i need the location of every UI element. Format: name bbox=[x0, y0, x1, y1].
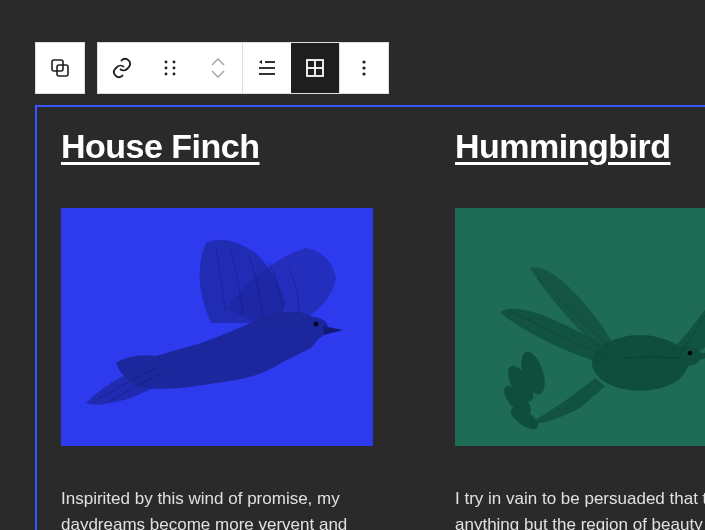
toolbar-group-more bbox=[340, 42, 389, 94]
parent-block-button[interactable] bbox=[36, 43, 84, 93]
svg-point-3 bbox=[173, 61, 176, 64]
svg-point-5 bbox=[173, 67, 176, 70]
house-finch-illustration bbox=[61, 208, 373, 446]
toolbar-group-link bbox=[97, 42, 243, 94]
column-1[interactable]: House Finch bbox=[61, 127, 373, 530]
grid-icon bbox=[303, 56, 327, 80]
svg-point-21 bbox=[688, 351, 693, 356]
column-image[interactable] bbox=[61, 208, 373, 446]
svg-point-15 bbox=[362, 66, 365, 69]
svg-point-7 bbox=[173, 73, 176, 76]
chevron-up-icon[interactable] bbox=[211, 58, 225, 66]
drag-icon bbox=[161, 59, 179, 77]
more-options-button[interactable] bbox=[340, 43, 388, 93]
link-button[interactable] bbox=[98, 43, 146, 93]
toolbar-group-parent bbox=[35, 42, 85, 94]
toolbar-group-layout bbox=[243, 42, 340, 94]
hummingbird-illustration bbox=[455, 208, 705, 446]
grid-view-button[interactable] bbox=[291, 43, 339, 93]
column-2[interactable]: Hummingbird bbox=[455, 127, 705, 530]
column-image[interactable] bbox=[455, 208, 705, 446]
svg-point-16 bbox=[362, 72, 365, 75]
svg-point-20 bbox=[673, 346, 701, 366]
columns-block[interactable]: House Finch bbox=[35, 105, 705, 530]
svg-point-4 bbox=[165, 67, 168, 70]
list-view-button[interactable] bbox=[243, 43, 291, 93]
svg-point-14 bbox=[362, 60, 365, 63]
group-icon bbox=[48, 56, 72, 80]
svg-point-2 bbox=[165, 61, 168, 64]
link-icon bbox=[110, 56, 134, 80]
column-text[interactable]: Inspirited by this wind of promise, my d… bbox=[61, 486, 373, 530]
block-toolbar bbox=[35, 42, 389, 94]
chevron-down-icon[interactable] bbox=[211, 70, 225, 78]
more-vertical-icon bbox=[354, 58, 374, 78]
move-buttons bbox=[194, 43, 242, 93]
column-text[interactable]: I try in vain to be persuaded that the a… bbox=[455, 486, 705, 530]
svg-point-18 bbox=[314, 322, 319, 327]
column-heading[interactable]: Hummingbird bbox=[455, 127, 705, 166]
list-outdent-icon bbox=[255, 56, 279, 80]
svg-point-6 bbox=[165, 73, 168, 76]
drag-handle-button[interactable] bbox=[146, 43, 194, 93]
column-heading[interactable]: House Finch bbox=[61, 127, 373, 166]
